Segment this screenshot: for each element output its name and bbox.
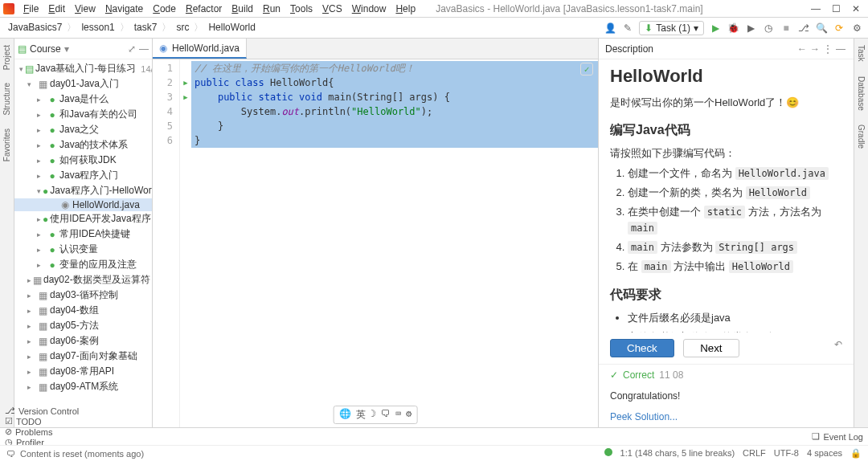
breadcrumb-3[interactable]: src <box>173 20 192 35</box>
leftrail-project[interactable]: Project <box>2 42 12 73</box>
indent[interactable]: 4 spaces <box>807 448 842 459</box>
ime-btn[interactable]: 🗨 <box>381 408 391 422</box>
tree-root[interactable]: ▾▤Java基础入门-每日练习14/109 <box>14 61 152 76</box>
menu-run[interactable]: Run <box>259 2 285 16</box>
menu-navigate[interactable]: Navigate <box>101 2 147 16</box>
menu-edit[interactable]: Edit <box>44 2 69 16</box>
run-button[interactable]: ▶ <box>709 22 722 35</box>
caret-position[interactable]: 1:1 (148 chars, 5 line breaks) <box>620 448 735 459</box>
tree-sub-0-0[interactable]: ▸●Java是什么 <box>14 92 152 107</box>
rightrail-gradle[interactable]: Gradle <box>856 121 866 152</box>
tree-day-5[interactable]: ▸▦day06-案例 <box>14 333 152 349</box>
inspection-ok-icon[interactable]: ✓ <box>580 63 593 75</box>
file-tab-helloworld[interactable]: ◉ HelloWorld.java <box>153 39 247 59</box>
leftrail-structure[interactable]: Structure <box>2 80 12 119</box>
sidebar-dropdown[interactable]: ▾ <box>64 43 69 55</box>
minimize-button[interactable]: — <box>811 3 821 14</box>
stop-button[interactable]: ■ <box>780 22 792 35</box>
run-gutter-3[interactable]: ▶ <box>180 90 191 104</box>
tree-sub-0-9[interactable]: ▸●认识变量 <box>14 242 152 257</box>
ime-btn[interactable]: 🌐 <box>339 408 351 422</box>
tree-file-0[interactable]: ◉HelloWorld.java <box>14 198 152 211</box>
settings-button[interactable]: ⚙ <box>850 22 863 35</box>
menu-file[interactable]: File <box>19 2 43 16</box>
line-sep[interactable]: CRLF <box>743 448 766 459</box>
encoding[interactable]: UTF-8 <box>774 448 799 459</box>
edit-icon[interactable]: ✎ <box>621 22 634 35</box>
breadcrumb-1[interactable]: lesson1 <box>78 20 117 35</box>
menu-view[interactable]: View <box>71 2 100 16</box>
rightrail-task[interactable]: Task <box>856 42 866 65</box>
breadcrumb-4[interactable]: HelloWorld <box>205 20 258 35</box>
tree-day-8[interactable]: ▸▦day09-ATM系统 <box>14 379 152 394</box>
breadcrumb-2[interactable]: task7 <box>131 20 161 35</box>
event-log-button[interactable]: ❏ Event Log <box>812 431 863 442</box>
coverage-button[interactable]: ▶ <box>744 22 757 35</box>
code-line-6[interactable]: } <box>191 133 598 148</box>
profile-button[interactable]: ◷ <box>762 22 775 35</box>
tree-sub-0-5[interactable]: ▸●Java程序入门 <box>14 168 152 183</box>
search-button[interactable]: 🔍 <box>815 22 828 35</box>
code-editor[interactable]: 123456 ▶▶ ✓ // 在这里，开始编写你的第一个HelloWorld吧！… <box>153 59 598 427</box>
peek-solution-link[interactable]: Peek Solution... <box>610 411 842 422</box>
ime-btn[interactable]: 英 <box>356 408 366 422</box>
check-button[interactable]: Check <box>610 339 674 357</box>
maximize-button[interactable]: ☐ <box>832 3 841 14</box>
tree-day-6[interactable]: ▸▦day07-面向对象基础 <box>14 349 152 364</box>
nav-back-icon[interactable]: ← <box>796 43 809 55</box>
menu-window[interactable]: Window <box>348 2 391 16</box>
tree-day-1[interactable]: ▸▦day02-数据类型及运算符 <box>14 272 152 288</box>
tree-sub-0-2[interactable]: ▸●Java之父 <box>14 122 152 137</box>
tree-sub-0-7[interactable]: ▸●使用IDEA开发Java程序 <box>14 211 152 226</box>
lock-icon[interactable]: 🔒 <box>850 448 862 459</box>
menu-help[interactable]: Help <box>391 2 420 16</box>
menu-tools[interactable]: Tools <box>286 2 317 16</box>
next-button[interactable]: Next <box>683 339 739 357</box>
git-button[interactable]: ⎇ <box>797 22 810 35</box>
nav-fwd-icon[interactable]: → <box>809 43 821 55</box>
tree-day-3[interactable]: ▸▦day04-数组 <box>14 303 152 318</box>
desc-tab-title[interactable]: Description <box>605 43 796 55</box>
run-config-dropdown[interactable]: ⬇Task (1)▾ <box>639 21 704 35</box>
tree-day-0[interactable]: ▾▦day01-Java入门 <box>14 76 152 92</box>
tree-sub-0-6[interactable]: ▾●Java程序入门-HelloWorld <box>14 183 152 198</box>
tree-sub-0-3[interactable]: ▸●Java的技术体系 <box>14 137 152 153</box>
menu-build[interactable]: Build <box>227 2 257 16</box>
ime-btn[interactable]: ☽ <box>371 408 376 422</box>
footer-todo[interactable]: ☑ TODO <box>5 416 79 426</box>
menu-vcs[interactable]: VCS <box>318 2 346 16</box>
close-button[interactable]: ✕ <box>852 3 860 14</box>
footer-problems[interactable]: ⊘ Problems <box>5 426 79 437</box>
ime-btn[interactable]: ⚙ <box>406 408 411 422</box>
rightrail-database[interactable]: Database <box>856 73 866 114</box>
tree-day-2[interactable]: ▸▦day03-循环控制 <box>14 288 152 303</box>
ime-btn[interactable]: ⌨ <box>395 408 401 422</box>
status-indicator-icon[interactable] <box>604 448 612 456</box>
leftrail-favorites[interactable]: Favorites <box>2 125 12 165</box>
ime-toolbar[interactable]: 🌐英☽🗨⌨⚙ <box>334 406 418 424</box>
tree-sub-0-4[interactable]: ▸●如何获取JDK <box>14 153 152 168</box>
undo-icon[interactable]: ↶ <box>834 339 842 350</box>
run-gutter-2[interactable]: ▶ <box>180 75 191 90</box>
desc-more-icon[interactable]: ⋮ <box>821 43 834 55</box>
desc-hide-icon[interactable]: — <box>834 43 847 55</box>
tree-day-7[interactable]: ▸▦day08-常用API <box>14 364 152 379</box>
code-line-5[interactable]: } <box>191 119 598 133</box>
status-bullhorn-icon[interactable]: 🗨 <box>6 449 15 459</box>
tree-sub-0-8[interactable]: ▸●常用IDEA快捷键 <box>14 226 152 242</box>
code-line-2[interactable]: public class HelloWorld{ <box>191 75 598 90</box>
menu-code[interactable]: Code <box>149 2 180 16</box>
tree-sub-0-1[interactable]: ▸●和Java有关的公司 <box>14 107 152 122</box>
add-user-icon[interactable]: 👤 <box>604 22 616 35</box>
tree-day-4[interactable]: ▸▦day05-方法 <box>14 318 152 333</box>
code-line-4[interactable]: System.out.println("HelloWorld"); <box>191 104 598 119</box>
breadcrumb-0[interactable]: JavaBasics7 <box>5 20 65 35</box>
code-line-3[interactable]: public static void main(String[] args) { <box>191 90 598 104</box>
footer-version-control[interactable]: ⎇ Version Control <box>5 406 79 416</box>
menu-refactor[interactable]: Refactor <box>182 2 226 16</box>
hide-button[interactable]: — <box>139 43 149 55</box>
update-button[interactable]: ⟳ <box>833 22 845 35</box>
code-line-1[interactable]: // 在这里，开始编写你的第一个HelloWorld吧！ <box>191 61 598 75</box>
expand-icon[interactable]: ⤢ <box>128 43 136 55</box>
tree-sub-0-10[interactable]: ▸●变量的应用及注意 <box>14 257 152 272</box>
